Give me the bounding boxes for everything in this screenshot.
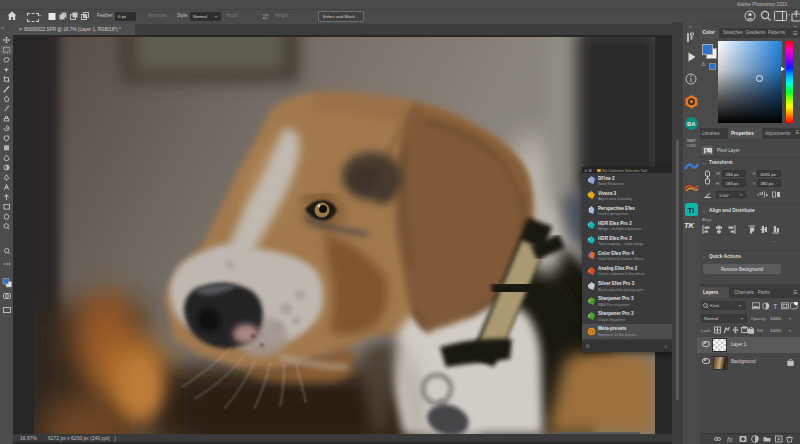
svg-text:Ti: Ti <box>687 206 694 215</box>
svg-text:T: T <box>773 303 778 310</box>
svg-text:BA: BA <box>687 121 696 127</box>
svg-text:fx: fx <box>727 436 733 443</box>
